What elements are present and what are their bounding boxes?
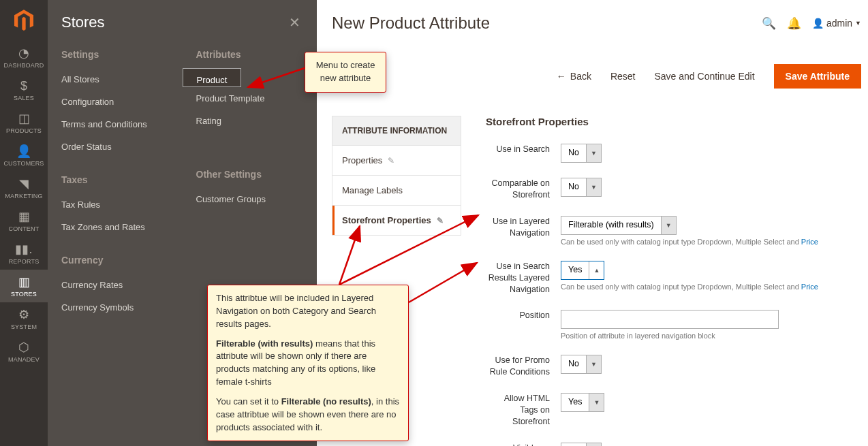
- rail-sales[interactable]: $SALES: [0, 74, 48, 106]
- bell-icon[interactable]: 🔔: [787, 16, 801, 31]
- link-customer-groups[interactable]: Customer Groups: [196, 188, 304, 210]
- chevron-down-icon: ▼: [586, 144, 601, 162]
- tab-properties[interactable]: Properties✎: [332, 146, 461, 176]
- link-configuration[interactable]: Configuration: [61, 91, 169, 113]
- help-position: Position of attribute in layered navigat…: [561, 332, 854, 340]
- rail-content[interactable]: ▦CONTENT: [0, 204, 48, 237]
- select-visible-catalog[interactable]: No▼: [561, 443, 602, 446]
- chevron-down-icon: ▼: [589, 394, 604, 411]
- select-comparable[interactable]: No▼: [561, 178, 602, 197]
- layout-icon: ▦: [18, 209, 30, 224]
- link-tax-rules[interactable]: Tax Rules: [61, 193, 169, 216]
- link-product[interactable]: Product: [183, 68, 242, 87]
- label-html-tags: Allow HTML Tags on Storefront: [486, 393, 561, 428]
- user-menu[interactable]: 👤 admin ▼: [812, 18, 861, 29]
- storefront-heading: Storefront Properties: [486, 116, 854, 127]
- rail-customers[interactable]: 👤CUSTOMERS: [0, 139, 48, 172]
- pencil-icon: ✎: [388, 156, 394, 165]
- callout-explain: This attribtue will be included in Layer…: [207, 285, 409, 441]
- label-visible-catalog: Visible on Catalog Pages on Storefront: [486, 443, 561, 446]
- select-search-layered[interactable]: Yes▲: [561, 261, 604, 280]
- link-order-status[interactable]: Order Status: [61, 136, 169, 158]
- group-other: Other Settings: [196, 169, 304, 180]
- reset-button[interactable]: Reset: [610, 71, 636, 82]
- input-position[interactable]: [561, 310, 779, 329]
- label-position: Position: [486, 310, 561, 321]
- chevron-up-icon: ▲: [589, 261, 604, 279]
- save-attribute-button[interactable]: Save Attribute: [774, 64, 861, 89]
- link-price[interactable]: Price: [801, 238, 818, 246]
- rail-dashboard[interactable]: ◔DASHBOARD: [0, 41, 48, 74]
- help-search-layered: Can be used only with catalog input type…: [561, 283, 854, 291]
- label-comparable: Comparable on Storefront: [486, 178, 561, 201]
- rail-reports[interactable]: ▮▮.REPORTS: [0, 237, 48, 270]
- chevron-down-icon: ▼: [586, 178, 601, 196]
- tab-manage-labels[interactable]: Manage Labels: [332, 176, 461, 206]
- save-continue-button[interactable]: Save and Continue Edit: [655, 71, 755, 82]
- chart-icon: ▮▮.: [15, 242, 32, 257]
- flyout-title: Stores: [61, 14, 105, 31]
- link-currency-rates[interactable]: Currency Rates: [61, 274, 169, 296]
- link-currency-symbols[interactable]: Currency Symbols: [61, 296, 169, 319]
- chevron-down-icon: ▼: [855, 20, 861, 27]
- link-tax-zones[interactable]: Tax Zones and Rates: [61, 216, 169, 238]
- select-promo[interactable]: No▼: [561, 355, 602, 374]
- select-layered-nav[interactable]: Filterable (with results)▼: [561, 216, 677, 235]
- tab-storefront-properties[interactable]: Storefront Properties✎: [332, 206, 461, 235]
- gear-icon: ⚙: [18, 307, 29, 322]
- box-icon: ◫: [18, 111, 30, 126]
- rail-manadev[interactable]: ⬡MANADEV: [0, 335, 48, 368]
- label-promo: Use for Promo Rule Conditions: [486, 355, 561, 378]
- rail-marketing[interactable]: ◥MARKETING: [0, 172, 48, 204]
- page-title: New Product Attribute: [332, 14, 490, 33]
- back-button[interactable]: ←Back: [557, 71, 591, 82]
- magento-logo: [0, 0, 48, 41]
- label-layered-nav: Use in Layered Navigation: [486, 216, 561, 239]
- link-all-stores[interactable]: All Stores: [61, 68, 169, 91]
- rail-system[interactable]: ⚙SYSTEM: [0, 302, 48, 335]
- group-currency: Currency: [61, 255, 169, 266]
- close-icon[interactable]: ✕: [289, 14, 300, 31]
- link-product-template[interactable]: Product Template: [196, 87, 304, 110]
- group-attributes: Attributes: [196, 49, 304, 60]
- group-taxes: Taxes: [61, 174, 169, 185]
- label-search-layered: Use in Search Results Layered Navigation: [486, 261, 561, 296]
- megaphone-icon: ◥: [19, 176, 29, 191]
- person-icon: 👤: [16, 144, 31, 159]
- link-rating[interactable]: Rating: [196, 110, 304, 132]
- help-layered-nav: Can be used only with catalog input type…: [561, 238, 854, 246]
- chevron-down-icon: ▼: [661, 217, 676, 234]
- pencil-icon: ✎: [437, 216, 444, 225]
- chevron-down-icon: ▼: [586, 355, 601, 373]
- select-html-tags[interactable]: Yes▼: [561, 393, 604, 412]
- store-icon: ▥: [18, 274, 30, 289]
- group-settings: Settings: [61, 49, 169, 60]
- search-icon[interactable]: 🔍: [762, 16, 776, 31]
- hexagon-icon: ⬡: [18, 340, 29, 355]
- select-use-in-search[interactable]: No▼: [561, 144, 602, 163]
- label-use-in-search: Use in Search: [486, 144, 561, 155]
- attr-info-header: ATTRIBUTE INFORMATION: [332, 116, 461, 146]
- rail-stores[interactable]: ▥STORES: [0, 270, 48, 302]
- gauge-icon: ◔: [18, 46, 29, 61]
- arrow-left-icon: ←: [557, 71, 566, 82]
- callout-menu: Menu to create new attribute: [305, 52, 386, 93]
- link-price[interactable]: Price: [801, 283, 818, 291]
- dollar-icon: $: [20, 79, 27, 93]
- link-terms[interactable]: Terms and Conditions: [61, 113, 169, 136]
- rail-products[interactable]: ◫PRODUCTS: [0, 106, 48, 139]
- chevron-down-icon: ▼: [586, 443, 601, 446]
